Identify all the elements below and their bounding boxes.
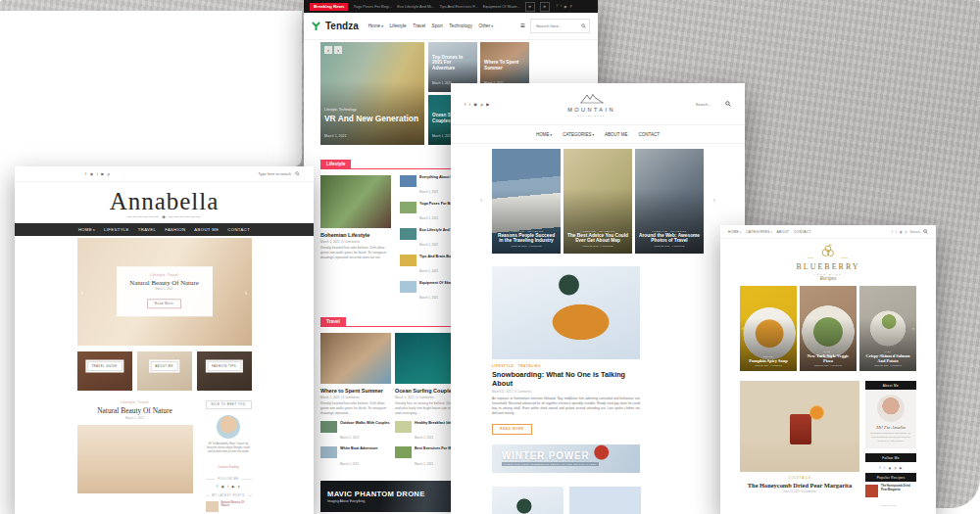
winter-banner[interactable]: WINTER POWER CHECK THE MOST INTERESTING … (492, 444, 640, 473)
post-title[interactable]: Healthy Breakfast Ideas (415, 421, 456, 425)
recipe-category[interactable]: SOUPS (744, 355, 793, 357)
breaking-news-link[interactable]: Equipment Of Skate... (483, 4, 520, 9)
post-photo[interactable] (569, 487, 641, 514)
nav-fashion[interactable]: FASHION (165, 227, 185, 232)
drone-ad-banner[interactable]: MAVIC PHANTOM DRONE Imaging Above Everyt… (320, 481, 466, 512)
post-category[interactable]: Lifestyle, Travel (122, 273, 207, 277)
search-input[interactable] (534, 23, 579, 29)
facebook-icon[interactable]: f (217, 485, 218, 489)
recipe-title[interactable]: Crispy-Skinned Salmon And Potato (863, 353, 912, 364)
post-card[interactable]: Where to Spent Summer March 1, 2021 | 0 … (320, 333, 391, 416)
nav-travel[interactable]: Travel (413, 23, 425, 28)
recipe-category[interactable]: COCKTAILS (740, 476, 859, 480)
twitter-icon[interactable]: t (97, 171, 98, 176)
nav-contact[interactable]: CONTACT (227, 227, 250, 232)
post-title[interactable]: Where To Spent Summer (484, 60, 525, 70)
youtube-icon[interactable]: ▶ (232, 485, 235, 489)
nav-about[interactable]: ABOUT (777, 230, 790, 234)
next-arrow[interactable]: › (334, 46, 342, 54)
annabella-logo[interactable]: Annabella (15, 189, 314, 213)
post-title[interactable]: The Best Advice You Could Ever Get About… (567, 233, 628, 245)
banner-travel[interactable]: TRAVEL GUIDE (77, 351, 132, 391)
youtube-icon[interactable]: ▶ (564, 4, 567, 9)
nav-home[interactable]: HOME (536, 132, 552, 137)
post-title[interactable]: Natural Beauty Of Nature (122, 279, 207, 286)
nav-categories[interactable]: CATEGORIES (563, 132, 594, 137)
list-item[interactable]: The Honeycomb Dried Pear MargaritaJune 1… (865, 485, 916, 509)
post-photo[interactable] (492, 266, 640, 359)
post-title[interactable]: Reasons People Succeed in the Traveling … (496, 233, 557, 245)
search-icon[interactable] (725, 101, 731, 107)
post-thumb[interactable] (400, 281, 416, 293)
twitter-icon[interactable]: t (561, 4, 562, 9)
list-item[interactable]: Outdoor Walks With CouplesMarch 1, 2021 (320, 421, 391, 443)
post-thumb[interactable] (400, 175, 416, 187)
recipe-title[interactable]: The Honeycomb Dried Pear Margarita (881, 485, 916, 491)
post-title[interactable]: Around the Web: Awesome Photos of Travel (639, 233, 700, 245)
pinterest-icon[interactable]: p (238, 485, 240, 489)
nav-categories[interactable]: CATEGORIES (746, 230, 772, 234)
nav-contact[interactable]: CONTACT (639, 132, 660, 137)
post-photo[interactable] (740, 381, 859, 472)
post-title[interactable]: Where to Spent Summer (320, 388, 391, 394)
banner-label[interactable]: FASHION TIPS (207, 361, 241, 371)
breaking-news-link[interactable]: Tips And Exercises F... (439, 4, 477, 9)
recipe-card[interactable]: PIZZANew York-Style Veggie PizzaMarch 22… (800, 286, 857, 371)
nav-contact[interactable]: CONTACT (794, 230, 811, 234)
post-thumb[interactable] (395, 446, 412, 458)
recipe-title[interactable]: New York-Style Veggie Pizza (804, 353, 853, 364)
pinterest-icon[interactable]: p (906, 230, 907, 234)
search-icon[interactable] (923, 229, 928, 234)
post-thumb[interactable] (400, 255, 416, 266)
post-thumb[interactable] (865, 485, 878, 497)
post-title[interactable]: Natural Beauty Of Nature (221, 501, 252, 508)
post-title[interactable]: Outdoor Walks With Couples (340, 421, 390, 425)
nav-lifestyle[interactable]: LIFESTYLE (104, 227, 129, 232)
banner-fashion[interactable]: FASHION TIPS (197, 351, 252, 391)
breaking-prev-button[interactable]: « (525, 2, 535, 12)
banner-label[interactable]: TRAVEL GUIDE (86, 361, 122, 371)
youtube-icon[interactable]: ▶ (101, 171, 104, 176)
twitter-icon[interactable]: t (469, 102, 470, 107)
list-item[interactable]: Natural Beauty Of NatureMarch 1, 2021 (206, 501, 252, 514)
post-title[interactable]: Snowboarding: What No One is Talking Abo… (492, 370, 640, 388)
facebook-icon[interactable]: f (880, 466, 881, 470)
read-more-button[interactable]: Read More (147, 299, 181, 308)
post-card[interactable]: LIFESTYLE · TRAVELINGReasons People Succ… (492, 149, 561, 254)
post-category[interactable]: LIFESTYLE · TRAVELING (639, 230, 700, 232)
post-title[interactable]: White Boat Adventure (340, 446, 377, 450)
post-title[interactable]: Top Drones In 2021 For Adventure (432, 55, 473, 70)
youtube-icon[interactable]: ▶ (900, 466, 902, 470)
post-card[interactable]: Bohemian Lifestyle March 1, 2021 | 0 Com… (320, 175, 391, 303)
facebook-icon[interactable]: f (892, 230, 893, 234)
twitter-icon[interactable]: t (896, 230, 897, 234)
instagram-icon[interactable]: ◉ (221, 485, 224, 489)
next-arrow[interactable]: › (713, 197, 715, 204)
post-card[interactable]: LIFESTYLE · TRAVELINGAround the Web: Awe… (635, 149, 704, 254)
post-thumb[interactable] (320, 446, 337, 458)
post-thumb[interactable] (320, 421, 337, 433)
nav-about-me[interactable]: ABOUT ME (194, 227, 219, 232)
post-title[interactable]: Bohemian Lifestyle (320, 232, 391, 238)
pinterest-icon[interactable]: p (895, 466, 897, 470)
post-category[interactable]: LIFESTYLE · TRAVELING (567, 230, 628, 232)
recipe-title[interactable]: Pumpkin Spicy Soup (744, 358, 793, 363)
facebook-icon[interactable]: f (557, 4, 558, 9)
hero-slider[interactable]: ‹ › Lifestyle, Travel Natural Beauty Of … (77, 238, 252, 346)
post-photo[interactable] (320, 175, 391, 228)
post-thumb[interactable] (400, 228, 416, 240)
instagram-icon[interactable]: ◉ (473, 102, 477, 107)
hero-post[interactable]: ‹ › Lifestyle, Technology VR And New Gen… (320, 42, 424, 145)
prev-arrow[interactable]: ‹ (324, 46, 332, 54)
twitter-icon[interactable]: t (227, 485, 228, 489)
nav-travel[interactable]: TRAVEL (138, 227, 156, 232)
prev-arrow[interactable]: ‹ (742, 325, 744, 331)
post-category[interactable]: Lifestyle, Technology (324, 108, 356, 112)
post-title[interactable]: VR And New Generation (324, 115, 420, 123)
facebook-icon[interactable]: f (465, 102, 466, 107)
post-thumb[interactable] (395, 421, 412, 433)
post-card[interactable]: LIFESTYLE · TRAVELINGThe Best Advice You… (564, 149, 632, 254)
breaking-news-link[interactable]: Yoga Poses For Begi... (353, 4, 392, 9)
post-category[interactable]: LIFESTYLE · TRAVELING (496, 230, 557, 232)
post-category[interactable]: Lifestyle, Travel (77, 400, 193, 404)
